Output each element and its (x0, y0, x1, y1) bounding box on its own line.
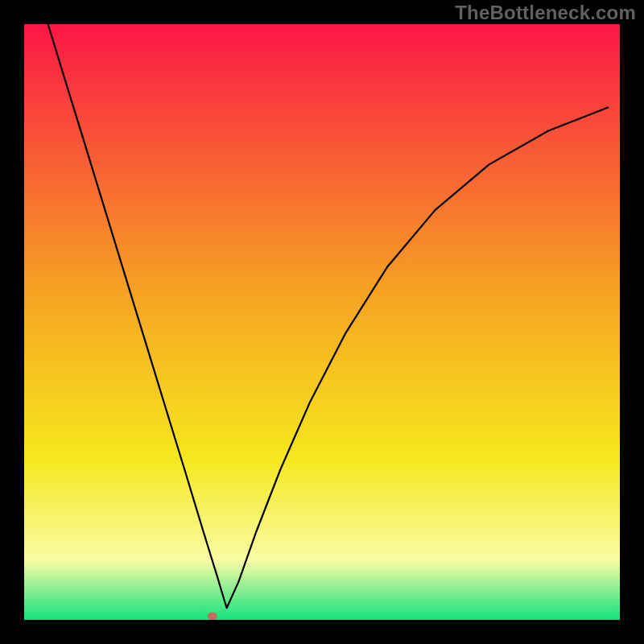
bottleneck-chart-svg (0, 0, 644, 644)
plot-gradient-background (24, 24, 620, 620)
highlighted-point (208, 613, 217, 621)
chart-stage: TheBottleneck.com (0, 0, 644, 644)
watermark-text: TheBottleneck.com (455, 2, 636, 24)
